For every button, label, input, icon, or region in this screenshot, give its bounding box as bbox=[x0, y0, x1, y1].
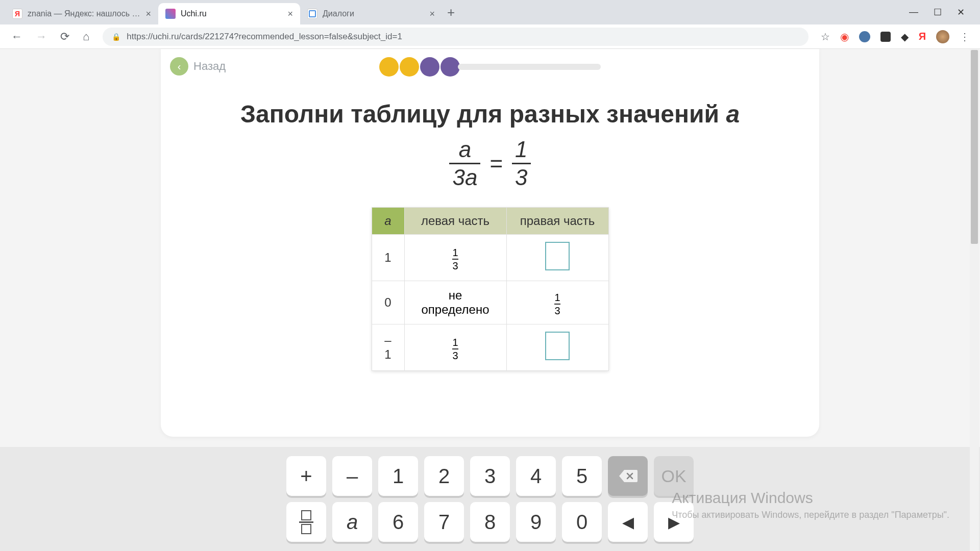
table-row: 1 1 3 bbox=[372, 235, 608, 281]
star-icon[interactable]: ☆ bbox=[821, 31, 830, 43]
chevron-left-icon: ‹ bbox=[170, 57, 188, 76]
fraction-denominator: 3 bbox=[512, 163, 530, 189]
progress-dot-icon bbox=[420, 57, 439, 77]
table-row: –1 1 3 bbox=[372, 324, 608, 371]
fraction-denominator: 3a bbox=[449, 163, 480, 189]
fraction-icon: 1 3 bbox=[452, 247, 458, 271]
url-text: https://uchi.ru/cards/221274?recommended… bbox=[127, 32, 402, 42]
uchi-favicon-icon bbox=[165, 9, 176, 19]
question-title-var: a bbox=[726, 101, 740, 128]
question-title-text: Заполни таблицу для разных значений bbox=[240, 101, 726, 128]
backspace-icon bbox=[618, 469, 638, 483]
key-backspace[interactable] bbox=[608, 456, 648, 496]
home-icon[interactable]: ⌂ bbox=[83, 30, 89, 43]
target-icon[interactable]: ◉ bbox=[840, 31, 849, 43]
reload-icon[interactable]: ⟳ bbox=[60, 30, 69, 43]
page-area: ‹ Назад Заполни таблицу для разных значе… bbox=[0, 49, 980, 551]
fraction-numerator: 1 bbox=[512, 138, 530, 163]
address-bar: ← → ⟳ ⌂ 🔒 https://uchi.ru/cards/221274?r… bbox=[0, 24, 980, 49]
tab-yandex[interactable]: Я znania — Яндекс: нашлось 954 × bbox=[5, 3, 158, 24]
key-1[interactable]: 1 bbox=[378, 456, 418, 496]
progress-dot-icon bbox=[400, 57, 419, 77]
tab-bar: Я znania — Яндекс: нашлось 954 × Uchi.ru… bbox=[0, 0, 980, 24]
key-6[interactable]: 6 bbox=[378, 502, 418, 542]
key-2[interactable]: 2 bbox=[424, 456, 464, 496]
cell-left: 1 3 bbox=[404, 235, 506, 281]
yandex-favicon-icon: Я bbox=[12, 9, 22, 19]
key-9[interactable]: 9 bbox=[516, 502, 556, 542]
progress-dots bbox=[379, 57, 460, 77]
close-icon[interactable]: × bbox=[287, 9, 293, 19]
url-field[interactable]: 🔒 https://uchi.ru/cards/221274?recommend… bbox=[103, 28, 808, 46]
fraction-icon: 1 3 bbox=[452, 337, 458, 361]
equals-sign: = bbox=[489, 151, 503, 177]
back-icon[interactable]: ← bbox=[11, 30, 22, 43]
cell-left: не определено bbox=[404, 281, 506, 324]
table-header-left: левая часть bbox=[404, 208, 506, 235]
table-header-right: правая часть bbox=[506, 208, 608, 235]
fraction-key-icon bbox=[299, 510, 313, 534]
dialogs-favicon-icon bbox=[307, 9, 317, 19]
key-fraction[interactable] bbox=[286, 502, 326, 542]
key-minus[interactable]: – bbox=[332, 456, 372, 496]
window-controls: — ☐ ✕ bbox=[909, 7, 975, 18]
tab-title: Uchi.ru bbox=[181, 9, 282, 18]
close-window-icon[interactable]: ✕ bbox=[957, 7, 965, 18]
avatar-icon[interactable] bbox=[936, 30, 949, 43]
key-8[interactable]: 8 bbox=[470, 502, 510, 542]
maximize-icon[interactable]: ☐ bbox=[934, 7, 942, 18]
nav-icons: ← → ⟳ ⌂ bbox=[5, 30, 95, 43]
grid-icon[interactable] bbox=[880, 32, 891, 42]
close-icon[interactable]: × bbox=[145, 9, 151, 19]
fraction-icon: 1 3 bbox=[554, 292, 560, 316]
question-title: Заполни таблицу для разных значений a bbox=[161, 100, 819, 128]
extension-icons: ☆ ◉ ◆ Я ⋮ bbox=[816, 30, 975, 43]
table-row: 0 не определено 1 3 bbox=[372, 281, 608, 324]
fraction-left: a 3a bbox=[449, 138, 480, 189]
close-icon[interactable]: × bbox=[429, 9, 435, 19]
menu-icon[interactable]: ⋮ bbox=[960, 31, 970, 43]
progress-dot-icon bbox=[379, 57, 399, 77]
key-left[interactable]: ◀ bbox=[608, 502, 648, 542]
key-5[interactable]: 5 bbox=[562, 456, 602, 496]
forward-icon[interactable]: → bbox=[36, 30, 47, 43]
tab-uchi[interactable]: Uchi.ru × bbox=[158, 3, 300, 24]
minimize-icon[interactable]: — bbox=[909, 7, 918, 18]
back-button[interactable]: ‹ Назад bbox=[170, 57, 226, 76]
answer-input[interactable] bbox=[545, 332, 570, 360]
watermark-title: Активация Windows bbox=[672, 489, 949, 507]
key-a[interactable]: a bbox=[332, 502, 372, 542]
tab-dialogs[interactable]: Диалоги × bbox=[300, 3, 442, 24]
lock-icon: 🔒 bbox=[112, 33, 120, 41]
scrollbar-thumb[interactable] bbox=[971, 50, 978, 244]
new-tab-button[interactable]: + bbox=[447, 5, 455, 20]
scrollbar[interactable] bbox=[970, 49, 979, 551]
key-plus[interactable]: + bbox=[286, 456, 326, 496]
cell-left: 1 3 bbox=[404, 324, 506, 371]
windows-activation-watermark: Активация Windows Чтобы активировать Win… bbox=[672, 489, 949, 520]
cell-right-input[interactable] bbox=[506, 324, 608, 371]
drop-icon[interactable]: ◆ bbox=[901, 31, 909, 43]
browser-chrome: Я znania — Яндекс: нашлось 954 × Uchi.ru… bbox=[0, 0, 980, 49]
table-header-a: a bbox=[372, 208, 404, 235]
cell-a: 1 bbox=[372, 235, 404, 281]
values-table: a левая часть правая часть 1 1 3 0 bbox=[372, 207, 609, 371]
tab-title: znania — Яндекс: нашлось 954 bbox=[28, 9, 140, 18]
fraction-numerator: a bbox=[456, 138, 474, 163]
vk-icon[interactable] bbox=[859, 31, 870, 42]
progress-dot-icon bbox=[440, 57, 460, 77]
keypad: + – 1 2 3 4 5 OK bbox=[286, 456, 694, 542]
equation: a 3a = 1 3 bbox=[161, 138, 819, 189]
key-3[interactable]: 3 bbox=[470, 456, 510, 496]
cell-right-input[interactable] bbox=[506, 235, 608, 281]
key-7[interactable]: 7 bbox=[424, 502, 464, 542]
answer-input[interactable] bbox=[545, 242, 570, 270]
tab-title: Диалоги bbox=[323, 9, 424, 18]
cell-right: 1 3 bbox=[506, 281, 608, 324]
progress-indicator bbox=[379, 57, 601, 77]
key-4[interactable]: 4 bbox=[516, 456, 556, 496]
key-0[interactable]: 0 bbox=[562, 502, 602, 542]
yandex-icon[interactable]: Я bbox=[919, 31, 926, 42]
page-inner: ‹ Назад Заполни таблицу для разных значе… bbox=[0, 49, 980, 551]
fraction-right: 1 3 bbox=[512, 138, 530, 189]
